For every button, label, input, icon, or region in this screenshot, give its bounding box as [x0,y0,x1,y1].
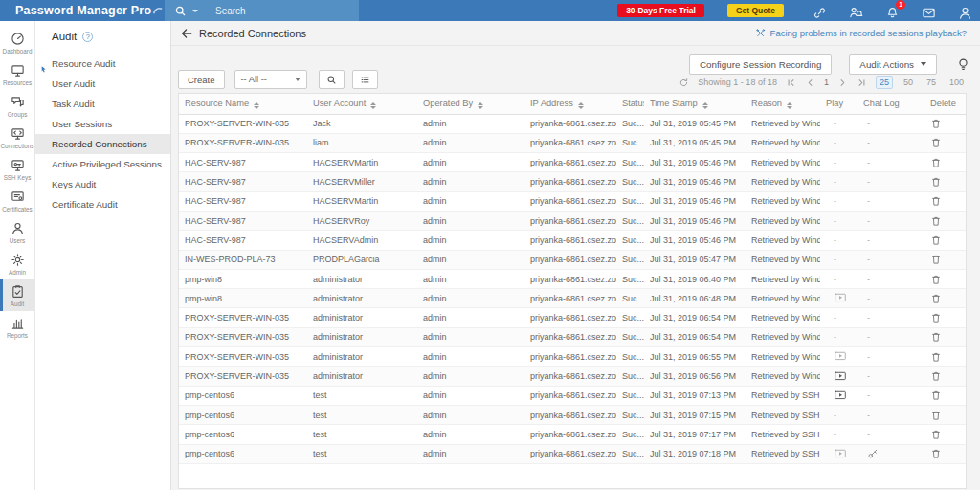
sort-icon[interactable] [702,102,708,110]
delete-button[interactable] [930,119,942,128]
column-header-resource-name[interactable]: Resource Name [179,94,307,114]
sidebar-item-keys-audit[interactable]: Keys Audit [35,174,170,194]
sort-icon[interactable] [478,102,483,110]
rail-item-resources[interactable]: Resources [0,58,34,90]
page-size-25[interactable]: 25 [876,76,893,89]
last-page-icon[interactable] [857,78,867,88]
delete-button[interactable] [930,370,942,380]
delete-button[interactable] [930,410,942,419]
column-header-time-stamp[interactable]: Time Stamp [644,94,746,114]
column-header-reason[interactable]: Reason [746,94,820,114]
column-chooser-button[interactable] [352,70,378,89]
sidebar-item-user-sessions[interactable]: User Sessions [35,114,170,134]
sidebar-item-active-privileged-sessions[interactable]: Active Privileged Sessions [35,154,170,174]
filter-select[interactable]: -- All -- [234,70,307,89]
column-header-operated-by[interactable]: Operated By [417,94,524,114]
delete-button[interactable] [930,390,942,400]
cell-operated-by: admin [417,444,524,463]
play-none: - [834,411,836,420]
rail-item-ssh-keys[interactable]: SSH Keys [0,153,34,185]
delete-button[interactable] [930,157,942,167]
help-icon[interactable]: ? [82,32,93,42]
rail-item-certificates[interactable]: Certificates [0,185,34,216]
free-trial-button[interactable]: 30-Days Free Trial [617,4,704,17]
sort-icon[interactable] [254,102,259,110]
filter-select-value: -- All -- [241,75,267,84]
user-alert-button[interactable] [849,4,863,18]
search-button[interactable] [319,70,345,89]
column-header-ip-address[interactable]: IP Address [524,94,616,114]
sort-icon[interactable] [578,102,584,110]
delete-button[interactable] [930,176,942,186]
page-size-75[interactable]: 75 [924,77,939,88]
playback-help-link[interactable]: Facing problems in recorded sessions pla… [755,28,967,38]
back-arrow-icon[interactable] [180,27,193,40]
chevron-down-icon [921,62,926,66]
delete-button[interactable] [930,332,942,342]
page-size-50[interactable]: 50 [901,77,916,88]
page-size-100[interactable]: 100 [947,77,967,88]
delete-button[interactable] [930,138,942,147]
delete-button[interactable] [930,255,942,264]
first-page-icon[interactable] [786,78,796,88]
link-button[interactable] [813,4,827,18]
sort-icon[interactable] [370,102,376,110]
bell-button[interactable]: 1 [885,4,900,18]
mail-button[interactable] [922,4,936,18]
rail-item-reports[interactable]: Reports [0,311,34,343]
rail-item-users[interactable]: Users [0,216,34,248]
cell-ip-address: priyanka-6861.csez.zoho... [524,347,616,367]
rail-item-groups[interactable]: Groups [0,90,34,122]
prev-page-icon[interactable] [805,78,815,88]
sort-icon[interactable] [787,102,792,110]
next-page-icon[interactable] [837,78,848,88]
refresh-icon[interactable] [679,78,689,88]
monitor-play-icon[interactable] [834,350,847,363]
delete-button[interactable] [930,215,942,225]
rail-item-admin[interactable]: Admin [0,248,34,279]
sidebar-item-user-audit[interactable]: User Audit [35,74,170,94]
audit-actions-label: Audit Actions [859,59,914,70]
delete-button[interactable] [930,449,942,458]
delete-button[interactable] [930,293,942,302]
monitor-play-icon[interactable] [834,370,847,383]
user-button[interactable] [958,4,972,18]
sidebar-item-task-audit[interactable]: Task Audit [35,94,170,114]
monitor-play-icon[interactable] [834,292,847,304]
audit-actions-button[interactable]: Audit Actions [849,54,937,75]
delete-button[interactable] [930,196,942,206]
rail-item-audit[interactable]: Audit [0,279,34,311]
search-input[interactable]: Search [165,0,359,21]
sidebar-item-recorded-connections[interactable]: Recorded Connections [35,134,170,154]
delete-button[interactable] [930,351,942,361]
current-page[interactable]: 1 [824,78,829,87]
column-header-user-account[interactable]: User Account [307,94,417,114]
configure-session-recording-button[interactable]: Configure Session Recording [689,54,832,75]
delete-button[interactable] [930,312,942,322]
monitor-play-icon[interactable] [834,390,847,402]
cell-user-account: administrator [307,327,417,346]
delete-button[interactable] [930,234,942,244]
trash-icon [930,157,942,168]
cell-reason: Retrieved by Wind... [746,172,820,191]
table-row: HAC-SERV-987HACSERVMartinadminpriyanka-6… [179,153,967,172]
key-icon[interactable] [867,448,879,459]
cell-resource-name: PROXY-SERVER-WIN-035 [179,327,307,346]
cell-user-account: Jack [307,114,417,133]
cell-resource-name: HAC-SERV-987 [179,211,307,230]
sidebar-item-resource-audit[interactable]: Resource Audit [35,54,170,74]
rail-item-dashboard[interactable]: Dashboard [0,27,34,58]
create-button[interactable]: Create [178,70,225,89]
cell-delete [924,386,967,405]
cell-resource-name: PROXY-SERVER-WIN-035 [179,367,307,386]
cell-time-stamp: Jul 31, 2019 06:56 PM [644,367,746,386]
cell-ip-address: priyanka-6861.csez.zoho... [524,269,616,288]
delete-button[interactable] [930,429,942,438]
monitor-play-icon[interactable] [834,448,847,460]
rail-item-connections[interactable]: Connections [0,122,34,153]
sidebar-item-certificate-audit[interactable]: Certificate Audit [35,194,170,214]
delete-button[interactable] [930,274,942,283]
get-quote-button[interactable]: Get Quote [727,4,784,17]
bulb-icon[interactable] [956,57,970,72]
logo-swoosh-icon [153,6,163,15]
